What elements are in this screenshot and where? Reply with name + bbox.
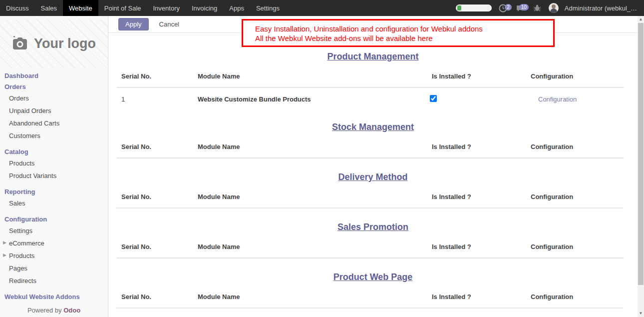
section-stock-management: Stock Management Serial No. Module Name …	[108, 122, 638, 158]
messages-bubble-icon[interactable]: 10	[515, 2, 526, 14]
col-is-installed: Is Installed ?	[432, 293, 531, 300]
sidebar-item-orders[interactable]: Orders	[0, 92, 108, 104]
row-module-name: Website Customize Bundle Products	[198, 96, 432, 103]
scroll-up-arrow-icon[interactable]: ▲	[638, 16, 644, 23]
sidebar-item-products[interactable]: Products	[0, 157, 108, 170]
sidebar-item-ecommerce[interactable]: ▶eCommerce	[0, 237, 108, 250]
sidebar-item-sales[interactable]: Sales	[0, 197, 108, 210]
user-avatar[interactable]	[549, 3, 559, 13]
menu-website[interactable]: Website	[63, 0, 98, 16]
progress-fill	[457, 6, 461, 10]
debug-bug-icon[interactable]	[532, 2, 543, 14]
sidebar-item-abandoned-carts[interactable]: Abandoned Carts	[0, 117, 108, 130]
odoo-brand-link[interactable]: Odoo	[63, 306, 80, 314]
menu-apps[interactable]: Apps	[223, 0, 250, 16]
main-content: Apply Cancel Easy Installation, Uninstal…	[108, 16, 638, 317]
col-is-installed: Is Installed ?	[432, 193, 531, 200]
scrollbar-thumb[interactable]	[638, 23, 644, 285]
col-module-name: Module Name	[198, 72, 432, 80]
col-module-name: Module Name	[198, 293, 432, 300]
col-serial-no: Serial No.	[121, 243, 198, 250]
menu-point-of-sale[interactable]: Point of Sale	[98, 0, 147, 16]
annotation-box: Easy Installation, Uninstallation and co…	[242, 19, 555, 47]
sidebar-item-pages[interactable]: Pages	[0, 262, 108, 274]
col-configuration: Configuration	[531, 293, 624, 300]
app-menu: Discuss Sales Website Point of Sale Inve…	[0, 0, 286, 16]
chevron-right-icon: ▶	[3, 240, 6, 245]
logo-text: Your logo	[34, 36, 96, 52]
col-configuration: Configuration	[531, 243, 624, 250]
menu-sales[interactable]: Sales	[35, 0, 63, 16]
scroll-down-arrow-icon[interactable]: ▼	[638, 310, 644, 317]
installed-checkbox[interactable]	[430, 95, 437, 102]
sidebar-item-product-variants[interactable]: Product Variants	[0, 170, 108, 182]
row-serial: 1	[121, 96, 198, 103]
sidebar-item-label: Products	[9, 252, 34, 260]
vertical-scrollbar[interactable]: ▲ ▼	[638, 16, 644, 317]
table-header-row: Serial No. Module Name Is Installed ? Co…	[116, 132, 624, 158]
sidebar-section-catalog[interactable]: Catalog	[0, 146, 108, 157]
table-header-row: Serial No. Module Name Is Installed ? Co…	[116, 62, 624, 88]
powered-by-text: Powered by	[27, 306, 62, 314]
annotation-line-2: All the Webkul Website add-ons will be a…	[255, 34, 553, 43]
camera-icon	[12, 36, 29, 51]
col-serial-no: Serial No.	[121, 72, 198, 80]
sidebar-nav: Dashboard Orders Orders Unpaid Orders Ab…	[0, 68, 108, 302]
configuration-link[interactable]: Configuration	[538, 96, 577, 103]
section-product-web-page: Product Web Page Serial No. Module Name …	[108, 272, 638, 308]
usage-progress-bar	[456, 4, 492, 12]
menu-inventory[interactable]: Inventory	[147, 0, 186, 16]
section-sales-promotion: Sales Promotion Serial No. Module Name I…	[108, 222, 638, 258]
menu-invoicing[interactable]: Invoicing	[186, 0, 223, 16]
col-serial-no: Serial No.	[121, 143, 198, 150]
col-serial-no: Serial No.	[121, 193, 198, 200]
section-title-link[interactable]: Stock Management	[332, 122, 414, 132]
col-is-installed: Is Installed ?	[432, 72, 531, 80]
col-serial-no: Serial No.	[121, 293, 198, 300]
sidebar-section-reporting[interactable]: Reporting	[0, 186, 108, 197]
col-configuration: Configuration	[531, 72, 624, 80]
sidebar-item-config-products[interactable]: ▶Products	[0, 250, 108, 262]
activity-clock-icon[interactable]: 2	[498, 2, 509, 14]
messages-count-badge: 10	[519, 4, 529, 10]
apply-button[interactable]: Apply	[118, 18, 149, 30]
col-configuration: Configuration	[531, 193, 624, 200]
user-menu[interactable]: Administrator (webkul_…	[565, 4, 637, 12]
col-module-name: Module Name	[198, 193, 432, 200]
table-header-row: Serial No. Module Name Is Installed ? Co…	[116, 232, 624, 258]
sidebar: Your logo Dashboard Orders Orders Unpaid…	[0, 16, 108, 317]
section-title-link[interactable]: Delivery Method	[338, 172, 407, 182]
section-title-link[interactable]: Product Web Page	[333, 272, 413, 282]
col-is-installed: Is Installed ?	[432, 243, 531, 250]
sidebar-section-configuration[interactable]: Configuration	[0, 214, 108, 224]
cancel-button[interactable]: Cancel	[157, 18, 181, 30]
col-module-name: Module Name	[198, 243, 432, 250]
table-header-row: Serial No. Module Name Is Installed ? Co…	[116, 282, 624, 308]
sidebar-section-orders[interactable]: Orders	[0, 81, 108, 92]
activity-count-badge: 2	[505, 4, 512, 10]
sidebar-item-settings[interactable]: Settings	[0, 224, 108, 237]
sidebar-item-redirects[interactable]: Redirects	[0, 274, 108, 287]
annotation-line-1: Easy Installation, Uninstallation and co…	[255, 24, 553, 34]
systray: 2 10 Administrator (webkul_…	[456, 2, 644, 14]
chevron-right-icon: ▶	[3, 252, 6, 258]
menu-discuss[interactable]: Discuss	[0, 0, 35, 16]
col-is-installed: Is Installed ?	[432, 143, 531, 150]
company-logo[interactable]: Your logo	[0, 19, 108, 68]
section-product-management: Product Management Serial No. Module Nam…	[108, 52, 638, 108]
sidebar-section-webkul-website-addons[interactable]: Webkul Website Addons	[0, 291, 108, 302]
section-delivery-method: Delivery Method Serial No. Module Name I…	[108, 172, 638, 208]
col-module-name: Module Name	[198, 143, 432, 150]
sidebar-item-customers[interactable]: Customers	[0, 130, 108, 142]
section-title-link[interactable]: Product Management	[327, 52, 418, 62]
powered-by-odoo: Powered by Odoo	[0, 306, 108, 314]
sidebar-item-unpaid-orders[interactable]: Unpaid Orders	[0, 104, 108, 117]
col-configuration: Configuration	[531, 143, 624, 150]
section-title-link[interactable]: Sales Promotion	[337, 222, 408, 232]
sidebar-item-label: eCommerce	[9, 240, 44, 247]
menu-settings[interactable]: Settings	[250, 0, 286, 16]
table-row: 1 Website Customize Bundle Products Conf…	[116, 88, 624, 108]
sidebar-item-dashboard[interactable]: Dashboard	[0, 70, 108, 81]
top-navbar: Discuss Sales Website Point of Sale Inve…	[0, 0, 644, 16]
table-header-row: Serial No. Module Name Is Installed ? Co…	[116, 182, 624, 208]
